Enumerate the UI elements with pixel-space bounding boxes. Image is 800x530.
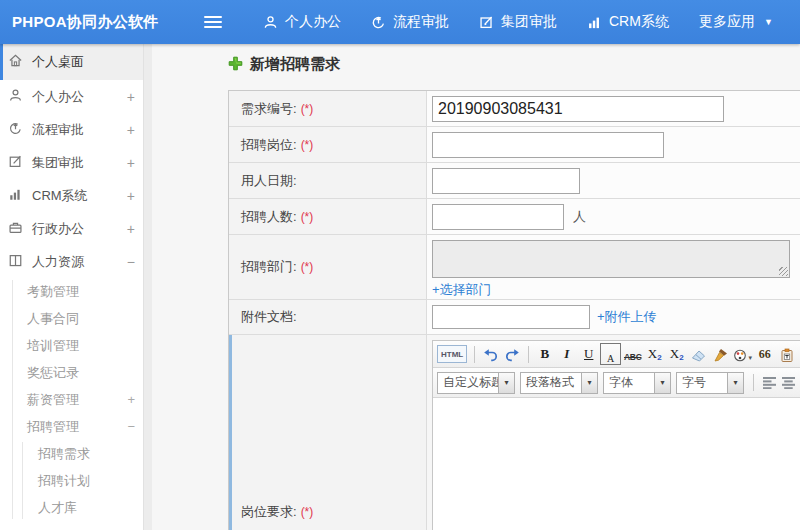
sidebar-item-personal-office[interactable]: 个人办公 +	[0, 80, 152, 113]
align-left-button[interactable]	[763, 377, 777, 389]
redo-icon	[505, 347, 520, 362]
font-size-dropdown[interactable]: 字号 ▾	[676, 372, 744, 394]
eraser-button[interactable]	[688, 343, 709, 365]
nav-crm-system[interactable]: CRM系统	[572, 0, 684, 44]
chart-icon	[8, 187, 23, 205]
sidebar-item-salary-mgmt[interactable]: 薪资管理+	[0, 386, 152, 413]
sidebar-item-crm-system[interactable]: CRM系统 +	[0, 179, 152, 212]
field-label: 附件文档:	[229, 300, 427, 334]
font-family-dropdown[interactable]: 字体 ▾	[603, 372, 671, 394]
strikethrough-button[interactable]: ABC	[622, 343, 643, 365]
resize-grip-icon[interactable]	[779, 267, 788, 276]
headcount-input[interactable]	[432, 204, 564, 230]
superscript-button[interactable]: X2	[644, 343, 665, 365]
sidebar-item-admin-office[interactable]: 行政办公 +	[0, 212, 152, 245]
caret-down-icon: ▾	[748, 354, 752, 362]
field-label: 用人日期:	[229, 163, 427, 198]
expand-toggle[interactable]: +	[127, 89, 135, 105]
custom-title-dropdown[interactable]: 自定义标题 ▾	[437, 372, 515, 394]
sidebar: 个人桌面 个人办公 + 流程审批 + 集团审批	[0, 44, 152, 530]
paragraph-format-dropdown[interactable]: 段落格式 ▾	[520, 372, 598, 394]
expand-toggle[interactable]: +	[127, 392, 135, 407]
caret-down-icon: ▾	[654, 373, 670, 393]
hire-date-input[interactable]	[432, 168, 580, 194]
expand-toggle[interactable]: +	[127, 188, 135, 204]
select-department-link[interactable]: +选择部门	[432, 281, 492, 299]
app-logo[interactable]: PHPOA协同办公软件	[0, 13, 190, 32]
required-mark: (*)	[301, 210, 314, 224]
sidebar-item-hr-contract[interactable]: 人事合同	[0, 305, 152, 332]
main-content: 新增招聘需求 需求编号: (*) 招聘岗位:	[152, 44, 800, 530]
attachment-input[interactable]	[432, 305, 590, 329]
nav-more-apps[interactable]: 更多应用 ▼	[684, 0, 788, 44]
editor-content-area[interactable]	[433, 398, 800, 530]
expand-toggle[interactable]: −	[127, 254, 135, 270]
paste-button[interactable]	[776, 343, 797, 365]
toolbar-separator	[528, 346, 529, 363]
char-border-button[interactable]: A	[600, 343, 621, 365]
sidebar-item-recruit-plan[interactable]: 招聘计划	[0, 467, 152, 494]
attachment-upload-link[interactable]: +附件上传	[597, 308, 657, 326]
nav-group-approval[interactable]: 集团审批	[464, 0, 572, 44]
html-source-button[interactable]: HTML	[437, 345, 467, 363]
editor-toolbar-row1: HTML B I U	[433, 341, 800, 368]
underline-button[interactable]: U	[578, 343, 599, 365]
rich-text-editor: HTML B I U	[432, 340, 800, 530]
required-mark: (*)	[301, 505, 314, 519]
sidebar-item-attendance-mgmt[interactable]: 考勤管理	[0, 278, 152, 305]
add-plus-icon	[228, 56, 243, 74]
chart-icon	[587, 15, 602, 30]
format-brush-button[interactable]	[710, 343, 731, 365]
required-mark: (*)	[301, 102, 314, 116]
sidebar-item-recruit-request[interactable]: 招聘需求	[0, 440, 152, 467]
sidebar-item-training-mgmt[interactable]: 培训管理	[0, 332, 152, 359]
subscript-button[interactable]: X2	[666, 343, 687, 365]
sidebar-item-human-resources[interactable]: 人力资源 −	[0, 245, 152, 278]
bold-button[interactable]: B	[534, 343, 555, 365]
form-row-headcount: 招聘人数: (*) 人	[229, 199, 800, 235]
undo-button[interactable]	[480, 343, 501, 365]
caret-down-icon: ▾	[581, 373, 597, 393]
menu-toggle-icon[interactable]	[204, 16, 222, 28]
emotion-icon	[733, 349, 747, 362]
expand-toggle[interactable]: −	[127, 419, 135, 434]
field-label: 需求编号: (*)	[229, 91, 427, 126]
field-label: 招聘岗位: (*)	[229, 127, 427, 162]
align-center-button[interactable]	[782, 377, 796, 389]
workflow-icon	[371, 15, 386, 30]
user-icon	[8, 88, 23, 106]
edit-icon	[479, 15, 494, 30]
form-row-attachment: 附件文档: +附件上传	[229, 300, 800, 335]
recruit-position-input[interactable]	[432, 132, 664, 158]
sidebar-item-talent-pool[interactable]: 人才库	[0, 494, 152, 521]
briefcase-icon	[8, 220, 23, 238]
recruit-submenu: 招聘需求 招聘计划 人才库	[0, 440, 152, 521]
blockquote-button[interactable]: 66	[754, 343, 775, 365]
expand-toggle[interactable]: +	[127, 155, 135, 171]
editor-toolbar-row2: 自定义标题 ▾ 段落格式 ▾ 字体 ▾	[433, 368, 800, 398]
form-row-job-requirements: 岗位要求: (*) HTML	[229, 335, 800, 530]
nav-personal-office[interactable]: 个人办公	[248, 0, 356, 44]
sidebar-item-workflow-approval[interactable]: 流程审批 +	[0, 113, 152, 146]
expand-toggle[interactable]: +	[127, 221, 135, 237]
nav-workflow-approval[interactable]: 流程审批	[356, 0, 464, 44]
clipboard-icon	[780, 348, 794, 362]
emotion-button[interactable]: ▾	[732, 343, 753, 365]
page-title: 新增招聘需求	[228, 55, 340, 74]
sidebar-item-group-approval[interactable]: 集团审批 +	[0, 146, 152, 179]
sidebar-item-recruit-mgmt[interactable]: 招聘管理−	[0, 413, 152, 440]
caret-down-icon: ▼	[764, 17, 773, 27]
undo-icon	[483, 347, 498, 362]
request-number-input[interactable]	[432, 96, 724, 122]
sidebar-item-reward-punishment[interactable]: 奖惩记录	[0, 359, 152, 386]
align-left-icon	[763, 377, 777, 389]
caret-down-icon: ▾	[727, 373, 743, 393]
sidebar-item-personal-desktop[interactable]: 个人桌面	[0, 44, 152, 80]
italic-button[interactable]: I	[556, 343, 577, 365]
expand-toggle[interactable]: +	[127, 122, 135, 138]
department-textarea[interactable]	[432, 240, 790, 278]
unit-label: 人	[573, 208, 586, 226]
sidebar-scrollbar[interactable]	[143, 44, 152, 530]
form-row-request-number: 需求编号: (*)	[229, 91, 800, 127]
redo-button[interactable]	[502, 343, 523, 365]
